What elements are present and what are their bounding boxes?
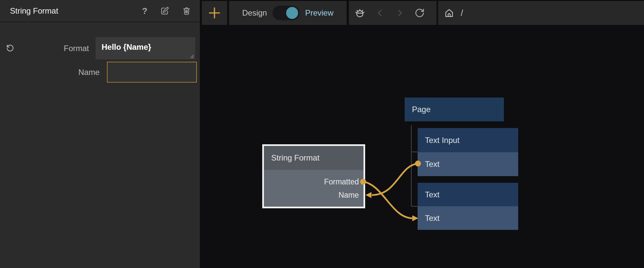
- home-button[interactable]: [444, 8, 454, 18]
- chevron-right-icon: [395, 8, 405, 18]
- debug-button[interactable]: [354, 7, 365, 19]
- panel-title: String Format: [10, 6, 142, 16]
- connection-formatted-to-text[interactable]: [360, 179, 418, 221]
- edit-icon: [160, 6, 169, 16]
- toolbar-mode-segment: Design Preview: [229, 1, 347, 25]
- connection-source-dot: [415, 161, 421, 167]
- chevron-left-icon: [375, 8, 385, 18]
- reset-button[interactable]: [6, 43, 15, 52]
- toggle-knob: [286, 7, 298, 19]
- preview-label[interactable]: Preview: [305, 8, 333, 18]
- panel-header: String Format ?: [0, 0, 200, 22]
- format-input[interactable]: Hello {Name}: [96, 37, 195, 59]
- node-text-input[interactable]: Text Input Text: [418, 128, 518, 176]
- panel-actions: ?: [142, 6, 191, 16]
- connection-textinput-to-name[interactable]: [365, 161, 421, 198]
- name-label: Name: [78, 68, 100, 77]
- node-text[interactable]: Text Text: [418, 183, 518, 230]
- trash-icon: [182, 6, 191, 16]
- help-button[interactable]: ?: [142, 7, 147, 15]
- edit-button[interactable]: [160, 6, 169, 16]
- name-input[interactable]: [107, 62, 197, 83]
- node-graph-canvas[interactable]: Page Text Input Text Text Text String Fo…: [200, 0, 644, 268]
- node-string-format-body: Formatted Name: [264, 170, 363, 207]
- delete-button[interactable]: [182, 6, 191, 16]
- node-text-title: Text: [418, 183, 518, 206]
- properties-panel: String Format ?: [0, 0, 200, 268]
- port-formatted-output[interactable]: Formatted: [324, 177, 359, 187]
- home-icon: [444, 8, 454, 18]
- plus-icon: [208, 7, 221, 19]
- node-string-format-selected[interactable]: String Format Formatted Name: [262, 144, 365, 208]
- node-text-port-text[interactable]: Text: [418, 206, 518, 230]
- rotate-ccw-icon: [6, 43, 15, 52]
- forward-button[interactable]: [395, 8, 405, 18]
- toolbar-path-segment: /: [438, 1, 644, 25]
- port-name-input[interactable]: Name: [339, 190, 359, 200]
- toolbar-nav-segment: [349, 1, 437, 25]
- add-node-button[interactable]: [208, 7, 221, 19]
- resize-handle[interactable]: [190, 54, 194, 60]
- format-label: Format: [64, 44, 89, 53]
- back-button[interactable]: [375, 8, 385, 18]
- connection-arrowhead: [365, 192, 371, 198]
- node-text-input-title: Text Input: [418, 128, 518, 152]
- help-icon: ?: [142, 7, 147, 15]
- route-path[interactable]: /: [461, 8, 463, 18]
- node-string-format-title: String Format: [264, 146, 363, 170]
- design-preview-toggle[interactable]: [273, 6, 299, 20]
- node-page[interactable]: Page: [405, 98, 504, 121]
- design-label[interactable]: Design: [242, 8, 267, 18]
- node-page-title: Page: [405, 98, 504, 121]
- toolbar-add-segment: [202, 1, 227, 25]
- refresh-icon: [414, 8, 425, 18]
- bug-icon: [354, 7, 365, 19]
- node-text-input-port-text[interactable]: Text: [418, 152, 518, 176]
- refresh-button[interactable]: [414, 8, 425, 18]
- connection-source-dot: [360, 179, 366, 185]
